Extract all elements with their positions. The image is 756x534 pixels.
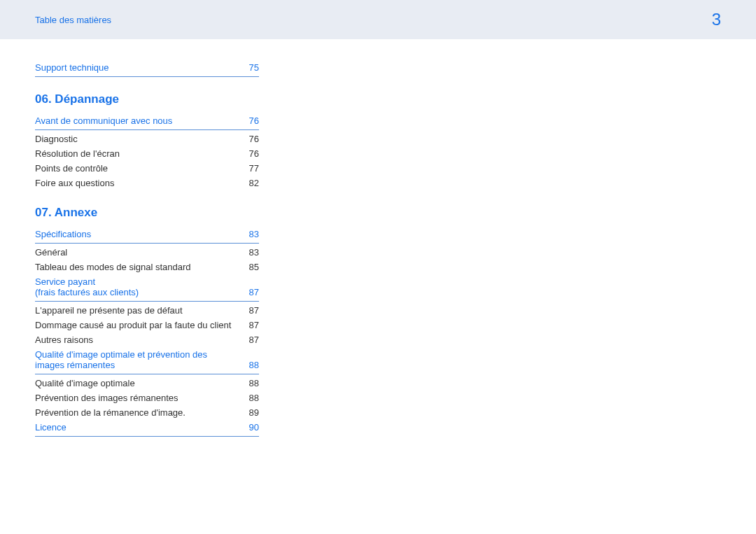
toc-item-page: 88	[245, 378, 259, 388]
divider	[35, 243, 259, 244]
toc-item-page: 76	[245, 148, 259, 159]
toc-link-page: 76	[245, 115, 259, 126]
toc-item[interactable]: Prévention des images rémanentes 88	[35, 391, 259, 405]
toc-link-page: 75	[245, 62, 259, 73]
toc-item-page: 89	[245, 407, 259, 418]
toc-item[interactable]: Général 83	[35, 245, 259, 260]
toc-item-label: Dommage causé au produit par la faute du…	[35, 320, 245, 330]
toc-link-avant-communiquer[interactable]: Avant de communiquer avec nous 76	[35, 113, 259, 128]
toc-item-label: Diagnostic	[35, 134, 245, 144]
toc-link-page: 83	[245, 229, 259, 239]
toc-item-label: Autres raisons	[35, 335, 245, 345]
header-title: Table des matières	[35, 15, 111, 25]
toc-item-page: 77	[245, 163, 259, 174]
toc-item[interactable]: Foire aux questions 82	[35, 176, 259, 190]
toc-item[interactable]: Diagnostic 76	[35, 132, 259, 146]
toc-item-label: Tableau des modes de signal standard	[35, 262, 245, 272]
toc-item[interactable]: L'appareil ne présente pas de défaut 87	[35, 303, 259, 318]
page-number: 3	[712, 10, 721, 29]
toc-link-qualite-image[interactable]: Qualité d'image optimale et prévention d…	[35, 347, 259, 372]
toc-item-page: 85	[245, 262, 259, 272]
toc-link-page: 88	[245, 360, 259, 370]
header-bar: Table des matières 3	[0, 0, 756, 39]
toc-item-page: 87	[245, 335, 259, 345]
toc-link-label: Avant de communiquer avec nous	[35, 115, 245, 126]
toc-item-label: Points de contrôle	[35, 163, 245, 174]
toc-group: Avant de communiquer avec nous 76 Diagno…	[35, 113, 259, 190]
divider	[35, 436, 259, 437]
toc-group: Qualité d'image optimale et prévention d…	[35, 347, 259, 420]
toc-item-page: 83	[245, 247, 259, 258]
toc-item[interactable]: Résolution de l'écran 76	[35, 146, 259, 161]
toc-item-label: Foire aux questions	[35, 178, 245, 188]
toc-link-support-technique[interactable]: Support technique 75	[35, 60, 259, 75]
toc-group: Licence 90	[35, 420, 259, 437]
toc-item-label: Qualité d'image optimale	[35, 378, 245, 388]
toc-item-page: 87	[245, 305, 259, 316]
toc-item[interactable]: Dommage causé au produit par la faute du…	[35, 318, 259, 332]
toc-link-page: 90	[245, 422, 259, 433]
section-heading-07: 07. Annexe	[35, 206, 259, 220]
toc-link-label: Spécifications	[35, 229, 245, 239]
divider	[35, 374, 259, 374]
toc-item-label: Prévention de la rémanence d'image.	[35, 407, 245, 418]
toc-item-page: 82	[245, 178, 259, 188]
toc-link-specifications[interactable]: Spécifications 83	[35, 227, 259, 241]
toc-item-label: Prévention des images rémanentes	[35, 393, 245, 403]
toc-item[interactable]: Qualité d'image optimale 88	[35, 376, 259, 391]
section-heading-06: 06. Dépannage	[35, 92, 259, 106]
toc-item[interactable]: Prévention de la rémanence d'image. 89	[35, 405, 259, 420]
toc-link-label: Support technique	[35, 62, 245, 73]
toc-item-label: Résolution de l'écran	[35, 148, 245, 159]
toc-group: Spécifications 83 Général 83 Tableau des…	[35, 227, 259, 274]
toc-item[interactable]: Points de contrôle 77	[35, 161, 259, 176]
toc-link-label: Qualité d'image optimale et prévention d…	[35, 349, 245, 370]
toc-item-label: L'appareil ne présente pas de défaut	[35, 305, 245, 316]
divider	[35, 76, 259, 77]
toc-link-page: 87	[245, 287, 259, 297]
divider	[35, 301, 259, 302]
toc-item[interactable]: Autres raisons 87	[35, 332, 259, 347]
toc-item-page: 88	[245, 393, 259, 403]
toc-link-licence[interactable]: Licence 90	[35, 420, 259, 435]
toc-item-page: 87	[245, 320, 259, 330]
divider	[35, 129, 259, 130]
toc-content: Support technique 75 06. Dépannage Avant…	[0, 39, 294, 459]
toc-item-label: Général	[35, 247, 245, 258]
toc-group: Service payant (frais facturés aux clien…	[35, 274, 259, 347]
toc-link-label: Licence	[35, 422, 245, 433]
toc-link-label: Service payant (frais facturés aux clien…	[35, 276, 245, 297]
toc-link-service-payant[interactable]: Service payant (frais facturés aux clien…	[35, 274, 259, 300]
toc-item-page: 76	[245, 134, 259, 144]
toc-item[interactable]: Tableau des modes de signal standard 85	[35, 260, 259, 274]
